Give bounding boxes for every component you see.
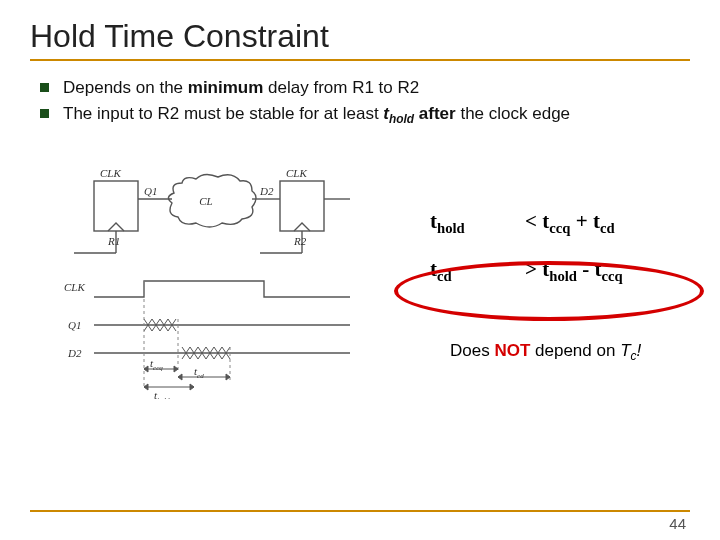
eq-sub: hold xyxy=(549,268,577,284)
bullet-text: The input to R2 must be stable for at le… xyxy=(63,104,383,123)
bullet-marker xyxy=(40,83,49,92)
eq-sub: cd xyxy=(600,220,615,236)
label-q1-wave: Q1 xyxy=(68,319,81,331)
note-end: ! xyxy=(636,341,641,360)
eq-sub: hold xyxy=(437,220,465,236)
note-not: NOT xyxy=(494,341,530,360)
label-r1: R1 xyxy=(107,235,120,247)
title-divider xyxy=(30,59,690,61)
circuit-diagram: CLK CLK Q1 D2 CL R1 R2 CLK Q1 D2 tccq tc… xyxy=(34,169,374,403)
eq-sub: ccq xyxy=(549,220,570,236)
svg-text:tccq: tccq xyxy=(150,357,163,372)
label-r2: R2 xyxy=(293,235,307,247)
note-mid: depend on xyxy=(530,341,620,360)
equations-block: thold < tccq + tcd tcd > thold - tccq xyxy=(430,209,720,305)
bullet-item: Depends on the minimum delay from R1 to … xyxy=(40,75,690,101)
bullet-bold: after xyxy=(414,104,456,123)
slide-title: Hold Time Constraint xyxy=(30,18,690,55)
eq-var: t xyxy=(430,209,437,233)
bullet-text: the clock edge xyxy=(456,104,570,123)
eq-sub: cd xyxy=(437,268,452,284)
equation-row: tcd > thold - tccq xyxy=(430,257,720,285)
eq-text: - t xyxy=(577,257,602,281)
bullet-item: The input to R2 must be stable for at le… xyxy=(40,101,690,129)
label-clk-wave: CLK xyxy=(64,281,85,293)
label-d2-wave: D2 xyxy=(67,347,82,359)
footer-divider xyxy=(30,510,690,512)
note-pre: Does xyxy=(450,341,494,360)
bullet-list: Depends on the minimum delay from R1 to … xyxy=(40,75,690,129)
svg-text:tcd: tcd xyxy=(194,365,204,380)
note-var: T xyxy=(620,341,630,360)
page-number: 44 xyxy=(669,515,686,532)
bullet-bold: minimum xyxy=(188,78,264,97)
note-text: Does NOT depend on Tc! xyxy=(450,341,641,363)
bullet-text: delay from R1 to R2 xyxy=(263,78,419,97)
bullet-marker xyxy=(40,109,49,118)
equation-row: thold < tccq + tcd xyxy=(430,209,720,237)
bullet-var-sub: hold xyxy=(389,112,414,126)
label-q1: Q1 xyxy=(144,185,157,197)
eq-text: > t xyxy=(525,257,549,281)
eq-text: < t xyxy=(525,209,549,233)
bullet-text: Depends on the xyxy=(63,78,188,97)
eq-text: + t xyxy=(570,209,599,233)
label-cl: CL xyxy=(199,195,212,207)
label-d2: D2 xyxy=(259,185,274,197)
label-clk: CLK xyxy=(286,169,307,179)
label-clk: CLK xyxy=(100,169,121,179)
eq-var: t xyxy=(430,257,437,281)
eq-sub: ccq xyxy=(601,268,622,284)
svg-text:thold: thold xyxy=(154,389,170,399)
